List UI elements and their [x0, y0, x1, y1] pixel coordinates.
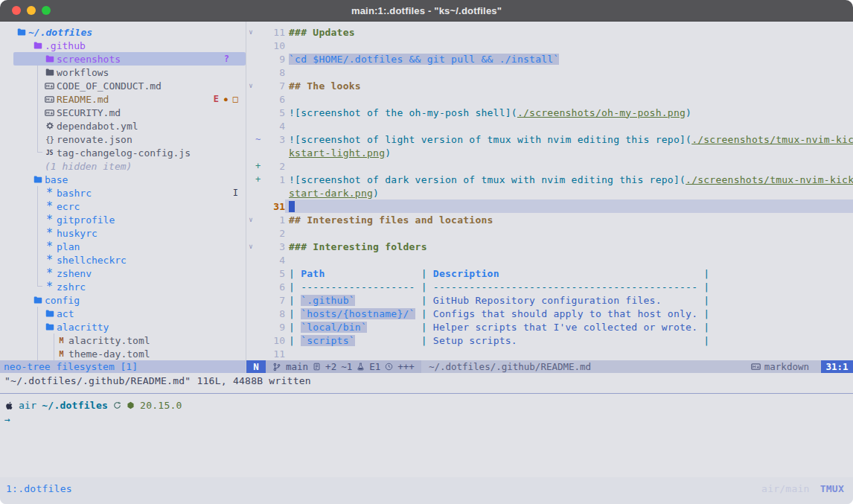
- tree-item-gitprofile[interactable]: *gitprofile: [0, 213, 246, 226]
- diff-file-icon: [313, 363, 321, 371]
- tree-item-zshenv[interactable]: *zshenv: [0, 267, 246, 280]
- folder-icon: [45, 54, 54, 63]
- editor-line[interactable]: ∨7## The looks: [246, 79, 853, 92]
- tree-item-dotfiles[interactable]: ~/.dotfiles: [0, 25, 246, 39]
- editor-line[interactable]: 11: [246, 347, 853, 360]
- fold-marker-icon[interactable]: ∨: [246, 28, 255, 36]
- tree-item-ecrc[interactable]: *ecrc: [0, 200, 246, 213]
- editor-line[interactable]: 5| Path | Description |: [246, 267, 853, 280]
- diff-added: +2: [325, 361, 336, 372]
- tree-item-zshrc[interactable]: *zshrc: [0, 280, 246, 293]
- cursor-indicator: I: [233, 188, 238, 198]
- tree-item-alacritty-toml[interactable]: Malacritty.toml: [0, 334, 246, 347]
- line-number: 10: [263, 335, 285, 346]
- tree-item-label: alacritty.toml: [68, 335, 150, 346]
- editor-line[interactable]: 10| `scripts` | Setup scripts. |: [246, 334, 853, 347]
- tree-item-dependabot-yml[interactable]: dependabot.yml: [0, 119, 246, 133]
- json-icon: {}: [45, 135, 54, 144]
- tree-item-act[interactable]: act: [0, 307, 246, 320]
- tree-item-1-hidden-item[interactable]: (1 hidden item): [0, 159, 246, 173]
- tree-item-bashrc[interactable]: *bashrcI: [0, 186, 246, 200]
- tree-item-label: (1 hidden item): [45, 161, 132, 172]
- editor-line[interactable]: 6: [246, 92, 853, 106]
- prompt-char[interactable]: →: [4, 414, 10, 425]
- editor-line[interactable]: 6| ------------------- | ---------------…: [246, 280, 853, 293]
- rc-file-icon: *: [45, 229, 54, 237]
- git-sign: +: [255, 174, 263, 185]
- maximize-button[interactable]: [42, 6, 51, 15]
- fold-marker-icon[interactable]: ∨: [246, 243, 255, 250]
- tree-item-alacritty[interactable]: alacritty: [0, 320, 246, 334]
- file-path: ~/.dotfiles/.github/README.md: [429, 361, 747, 372]
- git-branch-icon: [272, 363, 281, 371]
- tree-item-base[interactable]: base: [0, 173, 246, 186]
- tree-item-security-md[interactable]: SECURITY.md: [0, 106, 246, 119]
- tree-item-config[interactable]: config: [0, 293, 246, 307]
- tree-item-renovate-json[interactable]: {}renovate.json: [0, 133, 246, 146]
- tree-item-label: README.md: [57, 94, 109, 105]
- editor-line[interactable]: 4: [246, 253, 853, 267]
- line-number: 9: [263, 54, 285, 65]
- editor-line[interactable]: 4: [246, 119, 853, 133]
- tree-item-tag-changelog-config-js[interactable]: JStag-changelog-config.js: [0, 146, 246, 159]
- tree-item-github[interactable]: .github: [0, 39, 246, 52]
- editor-pane[interactable]: ∨11### Updates109`cd $HOME/.dotfiles && …: [246, 22, 853, 373]
- line-text: ## Interesting files and locations: [285, 213, 853, 226]
- tree-item-badges: I: [233, 188, 246, 198]
- tmux-pane-border[interactable]: [0, 393, 853, 394]
- editor-line[interactable]: ~3![screenshot of light version of tmux …: [246, 133, 853, 146]
- editor-line[interactable]: start-dark.png): [246, 186, 853, 200]
- tree-item-huskyrc[interactable]: *huskyrc: [0, 226, 246, 240]
- editor-buffer: ∨11### Updates109`cd $HOME/.dotfiles && …: [246, 25, 853, 360]
- editor-line[interactable]: kstart-light.png): [246, 146, 853, 159]
- editor-line[interactable]: 9`cd $HOME/.dotfiles && git pull && ./in…: [246, 52, 853, 66]
- tree-item-label: ~/.dotfiles: [28, 27, 92, 38]
- editor-line[interactable]: ∨11### Updates: [246, 25, 853, 39]
- editor-line[interactable]: 9| `local/bin` | Helper scripts that I'v…: [246, 320, 853, 334]
- tree-item-screenshots[interactable]: screenshots?: [0, 52, 246, 66]
- line-text: ![screenshot of light version of tmux wi…: [285, 133, 853, 146]
- rc-file-icon: *: [45, 283, 54, 290]
- line-number: 31: [263, 201, 285, 212]
- tree-item-badges: E●□: [214, 94, 246, 104]
- editor-line[interactable]: 7| `.github` | GitHub Repository configu…: [246, 293, 853, 307]
- traffic-lights: [12, 0, 51, 21]
- tree-item-code-of-conduct-md[interactable]: CODE_OF_CONDUCT.md: [0, 79, 246, 92]
- tree-item-shellcheckrc[interactable]: *shellcheckrc: [0, 253, 246, 267]
- editor-line[interactable]: 5![screenshot of the oh-my-posh shell](.…: [246, 106, 853, 119]
- toml-icon: M: [57, 336, 66, 345]
- fold-marker-icon[interactable]: ∨: [246, 82, 255, 89]
- rc-file-icon: *: [45, 256, 54, 264]
- modified-dot-badge: ●: [224, 96, 228, 103]
- editor-line[interactable]: 31: [246, 200, 853, 213]
- filetype-indicator: markdown: [751, 361, 809, 372]
- close-button[interactable]: [12, 6, 21, 15]
- editor-line[interactable]: 10: [246, 39, 853, 52]
- titlebar: main:1:.dotfiles - "ks~/.dotfiles": [0, 0, 853, 22]
- tree-item-label: plan: [57, 241, 80, 252]
- minimize-button[interactable]: [27, 6, 36, 15]
- editor-line[interactable]: 8: [246, 66, 853, 79]
- tree-item-plan[interactable]: *plan: [0, 240, 246, 253]
- editor-line[interactable]: ∨3### Interesting folders: [246, 240, 853, 253]
- line-text: | `local/bin` | Helper scripts that I've…: [285, 320, 853, 334]
- tree-item-readme-md[interactable]: README.mdE●□: [0, 92, 246, 106]
- line-text: [285, 347, 853, 360]
- editor-line[interactable]: 2: [246, 226, 853, 240]
- mode-indicator: N: [246, 360, 266, 373]
- git-sign: ~: [255, 134, 263, 144]
- fold-marker-icon[interactable]: ∨: [246, 216, 255, 223]
- line-number: 5: [263, 107, 285, 118]
- editor-line[interactable]: 8| `hosts/{hostname}/` | Configs that sh…: [246, 307, 853, 320]
- cursor-position: 31:1: [821, 360, 853, 373]
- editor-line[interactable]: ∨1## Interesting files and locations: [246, 213, 853, 226]
- folder-icon: [33, 175, 42, 184]
- tree-item-theme-day-toml[interactable]: Mtheme-day.toml: [0, 347, 246, 360]
- clock-icon: [385, 363, 393, 371]
- tree-item-label: workflows: [57, 67, 109, 78]
- diagnostics-count: E1: [369, 361, 380, 372]
- tree-item-workflows[interactable]: workflows: [0, 66, 246, 79]
- editor-line[interactable]: +2: [246, 159, 853, 173]
- tmux-window-item[interactable]: 1:.dotfiles: [6, 483, 72, 494]
- editor-line[interactable]: +1![screenshot of dark version of tmux w…: [246, 173, 853, 186]
